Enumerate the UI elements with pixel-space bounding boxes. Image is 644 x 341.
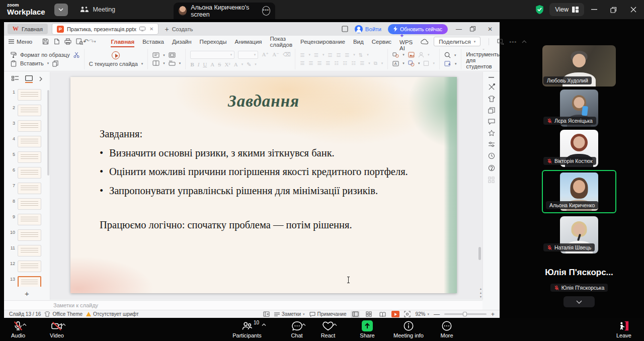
video-options-caret-icon[interactable] (61, 323, 66, 326)
chat-caret-icon[interactable] (301, 323, 306, 326)
print-icon[interactable] (64, 38, 71, 45)
layers-icon[interactable] (488, 107, 495, 114)
format-painter-icon[interactable] (11, 52, 17, 58)
slide-navigation-buttons[interactable]: ▴▴▾ (480, 287, 481, 298)
history-clock-icon[interactable] (488, 152, 495, 159)
new-tab-label[interactable]: Создать (172, 26, 193, 32)
zoom-slider[interactable] (444, 313, 487, 315)
undo-history-caret-icon[interactable]: ▾ (94, 40, 96, 44)
restore-button[interactable] (604, 0, 623, 19)
paste-caret-icon[interactable]: ▾ (47, 61, 49, 65)
add-slide-button[interactable]: + (4, 289, 50, 298)
thumbnail-preview[interactable] (18, 183, 41, 194)
comment-icon[interactable] (488, 119, 495, 125)
participant-tile[interactable]: Альона Кириченко (542, 170, 616, 213)
animation-tools-icon[interactable] (488, 83, 495, 91)
notes-toggle[interactable]: Заметки ▾ (274, 311, 305, 317)
slide-thumbnail-2[interactable]: 2 (4, 103, 48, 118)
comment-toggle[interactable]: Примечание (309, 311, 347, 317)
security-shield-icon[interactable] (535, 5, 544, 15)
slide-layout-icon[interactable] (152, 60, 159, 66)
slide-sorter-button[interactable] (364, 311, 373, 318)
thumbnail-preview[interactable] (18, 229, 41, 241)
participant-tile[interactable]: Юлія П'яскорс...Юлія П'яскорська (542, 268, 616, 292)
slide-thumbnail-5[interactable]: 5 (4, 149, 48, 165)
leave-button[interactable]: Leave (605, 320, 643, 338)
slide-view-icon[interactable] (25, 75, 33, 82)
thumbnail-preview[interactable] (18, 151, 41, 163)
thumbnail-scrollbar[interactable] (47, 90, 49, 176)
participants-caret-icon[interactable] (262, 323, 266, 326)
find-icon[interactable] (444, 52, 451, 58)
workspace-dropdown-button[interactable] (54, 4, 68, 16)
slide-thumbnail-1[interactable]: 1 (4, 87, 48, 103)
slide-thumbnail-9[interactable]: 9 (4, 212, 48, 227)
slide-thumbnail-4[interactable]: 4 (4, 134, 48, 149)
paste-icon[interactable] (11, 60, 17, 67)
menu-item-5[interactable]: Анимация (231, 39, 266, 45)
wps-close-button[interactable]: ✕ (486, 26, 495, 33)
print-preview-icon[interactable] (76, 38, 83, 45)
slide-thumbnail-7[interactable]: 7 (4, 181, 48, 196)
cut-icon[interactable] (73, 52, 79, 58)
new-slide-icon[interactable] (152, 52, 159, 58)
menu-item-8[interactable]: Вид (349, 39, 368, 45)
video-button[interactable]: Video (38, 320, 76, 338)
slide-thumbnail-6[interactable]: 6 (4, 165, 48, 181)
thumbnail-preview[interactable] (18, 136, 41, 147)
slide-thumbnail-10[interactable]: 10 (4, 227, 48, 243)
insert-shapes-icon[interactable] (408, 60, 415, 66)
thumbnail-preview[interactable] (18, 89, 41, 101)
wps-menu-button[interactable]: Меню (9, 39, 32, 45)
menu-item-10[interactable]: WPS AI (395, 32, 417, 51)
redo-icon[interactable]: ↷ (89, 38, 94, 45)
thumbnail-preview[interactable] (18, 120, 41, 132)
zoom-slider-thumb[interactable] (463, 312, 467, 316)
menu-item-6[interactable]: Показ слайдов (266, 36, 297, 48)
slide-notes-area[interactable]: Заметки к слайду (4, 300, 482, 310)
collapse-participants-button[interactable] (564, 296, 595, 307)
slideshow-button[interactable] (391, 311, 399, 317)
slide-thumbnail-3[interactable]: 3 (4, 118, 48, 134)
play-slideshow-icon[interactable] (112, 51, 120, 59)
outline-view-icon[interactable] (12, 76, 19, 82)
from-current-caret-icon[interactable]: ▾ (141, 62, 143, 66)
thumbnail-preview[interactable] (18, 276, 41, 287)
more-options-icon[interactable]: ••• (509, 39, 517, 45)
zoom-out-button[interactable]: — (434, 311, 440, 318)
settings-sliders-icon[interactable] (488, 141, 495, 147)
slide-preview-icon[interactable] (169, 52, 176, 58)
help-icon[interactable] (488, 164, 495, 172)
insert-shape-icon[interactable] (392, 52, 399, 58)
thumbnail-preview[interactable] (18, 214, 41, 225)
menu-item-4[interactable]: Переходы (196, 39, 231, 45)
expand-panel-icon[interactable] (39, 76, 42, 81)
tab-meeting[interactable]: Meeting (80, 6, 115, 13)
font-warning[interactable]: Отсутствует шрифт (86, 311, 139, 317)
more-button[interactable]: More (428, 320, 466, 338)
tab-shared-screen[interactable]: Альона Кириченко's screen ••• (174, 3, 275, 19)
thumbnail-preview[interactable] (18, 105, 41, 116)
share-button[interactable]: Share (348, 320, 386, 338)
export-pdf-icon[interactable] (53, 38, 60, 45)
design-theme-icon[interactable] (488, 96, 495, 102)
close-document-icon[interactable]: ✕ (149, 26, 153, 32)
menu-item-1[interactable]: Главная (107, 39, 138, 45)
thumbnail-preview[interactable] (18, 167, 41, 179)
reading-view-button[interactable] (378, 311, 387, 318)
star-icon[interactable] (488, 130, 495, 136)
collapse-ribbon-icon[interactable] (522, 40, 527, 43)
wps-restore-button[interactable] (470, 26, 479, 32)
slide-section-icon[interactable] (169, 60, 176, 66)
paste-label[interactable]: Вставить (20, 60, 44, 66)
participant-tile[interactable]: Лєра Ясеніцька (542, 90, 616, 127)
canvas-scrollbar[interactable] (478, 247, 481, 260)
participants-button[interactable]: 10 Participants (228, 320, 266, 338)
menu-item-2[interactable]: Вставка (138, 39, 168, 45)
thumbnail-preview[interactable] (18, 261, 41, 272)
pane-toggle-icon[interactable] (263, 311, 270, 317)
close-button[interactable] (623, 0, 643, 19)
share-document-button[interactable]: Поделиться ▾ (434, 37, 480, 46)
format-painter-label[interactable]: Формат по образцу (20, 52, 70, 58)
zoom-in-button[interactable]: + (491, 311, 495, 318)
